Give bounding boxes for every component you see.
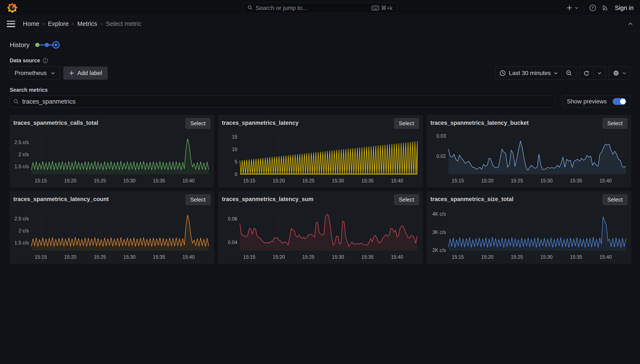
chevron-down-icon (51, 71, 55, 75)
select-button[interactable]: Select (394, 118, 419, 129)
news-rss-button[interactable] (602, 4, 608, 11)
metric-panel: traces_spanmetrics_latency_countSelect1.… (10, 191, 214, 264)
metric-chart: 05101515:1515:2015:2515:3015:3515:40 (222, 133, 419, 184)
svg-text:15:30: 15:30 (540, 178, 553, 184)
svg-text:15:15: 15:15 (243, 254, 256, 260)
panel-title: traces_spanmetrics_latency_bucket (430, 118, 529, 126)
search-metrics-input[interactable]: traces_spanmetrics (10, 96, 555, 108)
collapse-header-button[interactable] (628, 21, 633, 27)
breadcrumb-select-metric: Select metric (106, 20, 141, 27)
time-range-group: Last 30 minutes (496, 66, 576, 80)
show-previews-toggle[interactable] (613, 98, 626, 105)
breadcrumb-separator: › (72, 20, 74, 27)
menu-toggle-button[interactable] (7, 21, 15, 27)
svg-text:15:25: 15:25 (94, 254, 106, 260)
svg-text:15:20: 15:20 (481, 254, 494, 260)
panels-grid: traces_spanmetrics_calls_totalSelect1.5 … (10, 115, 630, 264)
svg-text:15:30: 15:30 (332, 178, 344, 184)
add-label-button[interactable]: Add label (63, 66, 108, 80)
history-row: History (10, 40, 630, 49)
svg-text:15:15: 15:15 (35, 178, 47, 184)
panel-title: traces_spanmetrics_calls_total (13, 118, 98, 126)
svg-text:15:20: 15:20 (481, 178, 494, 184)
data-source-picker[interactable]: Prometheus (10, 66, 60, 80)
metric-chart: 0.020.0315:1515:2015:2515:3015:3515:40 (430, 133, 628, 184)
svg-text:10: 10 (232, 146, 237, 152)
svg-text:2 c/s: 2 c/s (18, 152, 29, 157)
zoom-out-button[interactable] (562, 67, 576, 80)
chevron-down-icon (554, 71, 558, 75)
breadcrumb-metrics[interactable]: Metrics (77, 20, 97, 27)
svg-text:15:40: 15:40 (391, 254, 403, 260)
settings-group (609, 66, 630, 80)
svg-text:15:35: 15:35 (570, 178, 582, 184)
gear-icon (613, 70, 620, 76)
svg-text:15:40: 15:40 (600, 254, 612, 260)
history-step-mid (45, 43, 49, 47)
metric-panel: traces_spanmetrics_latency_bucketSelect0… (427, 115, 631, 187)
help-icon: ? (589, 4, 596, 12)
svg-text:15:40: 15:40 (182, 254, 195, 260)
select-button[interactable]: Select (602, 118, 628, 129)
chevron-down-icon (598, 71, 602, 75)
refresh-button[interactable] (580, 67, 594, 80)
breadcrumb: Home › Explore › Metrics › Select metric (23, 20, 141, 27)
data-source-label-row: Data source (10, 58, 630, 64)
history-timeline[interactable] (34, 40, 60, 49)
zoom-out-icon (566, 70, 572, 76)
metric-panel: traces_spanmetrics_latencySelect05101515… (218, 115, 422, 187)
svg-text:15:15: 15:15 (35, 254, 47, 260)
svg-text:1.5 c/s: 1.5 c/s (14, 164, 29, 169)
svg-text:15:35: 15:35 (362, 178, 374, 184)
plus-icon (69, 70, 74, 76)
select-button[interactable]: Select (394, 194, 419, 205)
metric-panel: traces_spanmetrics_calls_totalSelect1.5 … (10, 115, 214, 187)
svg-text:15:25: 15:25 (511, 178, 523, 184)
svg-text:15: 15 (232, 134, 237, 140)
breadcrumb-home[interactable]: Home (23, 20, 39, 27)
svg-text:15:15: 15:15 (452, 178, 464, 184)
svg-text:4K c/s: 4K c/s (432, 211, 446, 217)
breadcrumb-bar: Home › Explore › Metrics › Select metric (0, 16, 640, 32)
svg-text:15:40: 15:40 (600, 178, 612, 184)
sign-in-button[interactable]: Sign in (615, 4, 634, 12)
search-metrics-section: Search metrics traces_spanmetrics Show p… (10, 87, 630, 108)
global-search-input[interactable]: Search or jump to... ⌘+k (244, 3, 396, 13)
metric-panel: traces_spanmetrics_latency_sumSelect0.04… (218, 191, 422, 264)
select-button[interactable]: Select (602, 194, 628, 205)
refresh-icon (583, 70, 590, 76)
refresh-group (579, 66, 606, 80)
svg-text:15:35: 15:35 (570, 254, 582, 260)
svg-text:15:20: 15:20 (273, 178, 285, 184)
svg-text:5: 5 (234, 159, 237, 165)
history-step-start (35, 43, 40, 47)
svg-text:3K c/s: 3K c/s (432, 230, 446, 235)
svg-text:15:40: 15:40 (182, 178, 195, 184)
svg-text:2.5 c/s: 2.5 c/s (14, 140, 29, 145)
controls-row: Prometheus Add label Last 30 minutes (10, 66, 630, 80)
svg-text:15:35: 15:35 (153, 254, 165, 260)
svg-text:1.5 c/s: 1.5 c/s (14, 240, 29, 246)
new-menu-button[interactable] (566, 5, 578, 11)
select-button[interactable]: Select (186, 118, 210, 129)
refresh-interval-dropdown[interactable] (594, 67, 606, 80)
svg-text:15:35: 15:35 (153, 178, 165, 184)
top-nav: Search or jump to... ⌘+k ? Sign in (0, 0, 640, 16)
svg-text:0.04: 0.04 (228, 240, 237, 245)
svg-text:0: 0 (234, 172, 237, 177)
explore-metrics-content: History Data source Prometheus Add label (0, 32, 640, 264)
search-placeholder: Search or jump to... (256, 5, 368, 12)
svg-text:2 c/s: 2 c/s (18, 228, 29, 234)
svg-text:15:30: 15:30 (540, 254, 553, 260)
settings-button[interactable] (609, 67, 630, 80)
svg-text:15:15: 15:15 (452, 254, 464, 260)
chevron-down-icon (575, 6, 578, 10)
help-button[interactable]: ? (589, 4, 596, 12)
select-button[interactable]: Select (186, 194, 210, 205)
show-previews-label: Show previews (567, 98, 607, 105)
info-icon[interactable] (42, 58, 48, 63)
breadcrumb-explore[interactable]: Explore (48, 20, 69, 27)
plus-icon (566, 5, 572, 11)
time-range-picker[interactable]: Last 30 minutes (496, 67, 562, 80)
grafana-logo[interactable] (6, 2, 18, 14)
